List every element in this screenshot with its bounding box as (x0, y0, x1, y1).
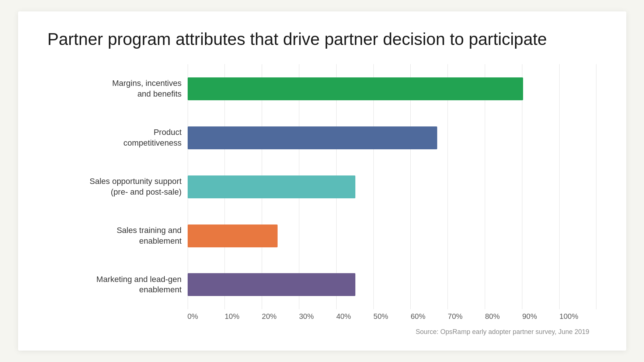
x-axis-label: 10% (224, 312, 262, 321)
x-axis-label: 100% (560, 312, 597, 321)
x-axis-label: 20% (262, 312, 299, 321)
y-label: Productcompetitiveness (48, 127, 182, 148)
y-axis-labels: Margins, incentivesand benefitsProductco… (48, 64, 188, 309)
bar-row (188, 270, 597, 299)
slide: Partner program attributes that drive pa… (18, 11, 626, 351)
x-axis-label: 50% (373, 312, 411, 321)
x-axis-label: 70% (448, 312, 485, 321)
chart-body: Margins, incentivesand benefitsProductco… (48, 64, 597, 309)
y-label: Margins, incentivesand benefits (48, 78, 182, 99)
bar (188, 126, 437, 149)
bar (188, 273, 355, 296)
y-label: Sales training andenablement (48, 225, 182, 246)
y-label: Sales opportunity support(pre- and post-… (48, 176, 182, 197)
x-axis-label: 0% (188, 312, 225, 321)
y-label: Marketing and lead-genenablement (48, 274, 182, 295)
source-citation: Source: OpsRamp early adopter partner su… (48, 328, 597, 336)
x-axis-label: 30% (299, 312, 336, 321)
bars-container (188, 64, 597, 309)
x-axis-label: 40% (336, 312, 373, 321)
bar-row (188, 74, 597, 104)
slide-title: Partner program attributes that drive pa… (48, 29, 597, 49)
bar (188, 77, 523, 100)
bar-row (188, 221, 597, 251)
bars-and-grid (188, 64, 597, 309)
bar-row (188, 172, 597, 202)
x-axis-label: 60% (411, 312, 448, 321)
x-axis-label: 90% (522, 312, 560, 321)
bar-row (188, 123, 597, 153)
bar (188, 224, 278, 247)
x-axis-label: 80% (485, 312, 522, 321)
x-axis-labels: 0%10%20%30%40%50%60%70%80%90%100% (48, 312, 597, 321)
bar (188, 175, 355, 198)
chart-area: Margins, incentivesand benefitsProductco… (48, 64, 597, 336)
